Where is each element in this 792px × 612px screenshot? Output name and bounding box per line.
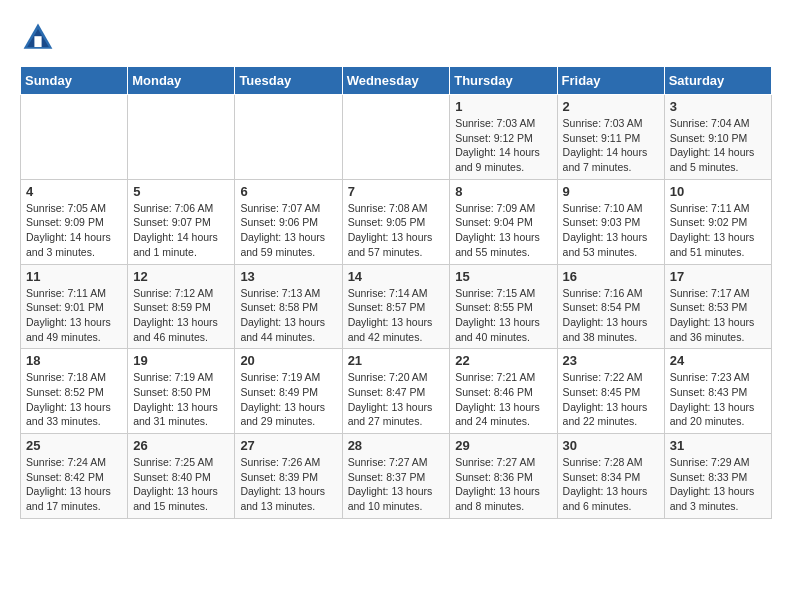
day-number: 15: [455, 269, 551, 284]
day-number: 17: [670, 269, 766, 284]
day-info: Sunrise: 7:19 AM Sunset: 8:50 PM Dayligh…: [133, 370, 229, 429]
day-info: Sunrise: 7:29 AM Sunset: 8:33 PM Dayligh…: [670, 455, 766, 514]
calendar-week-row: 25Sunrise: 7:24 AM Sunset: 8:42 PM Dayli…: [21, 434, 772, 519]
day-number: 9: [563, 184, 659, 199]
calendar-cell: 16Sunrise: 7:16 AM Sunset: 8:54 PM Dayli…: [557, 264, 664, 349]
calendar-cell: [21, 95, 128, 180]
day-number: 31: [670, 438, 766, 453]
day-info: Sunrise: 7:17 AM Sunset: 8:53 PM Dayligh…: [670, 286, 766, 345]
calendar-table: SundayMondayTuesdayWednesdayThursdayFrid…: [20, 66, 772, 519]
day-number: 5: [133, 184, 229, 199]
day-number: 25: [26, 438, 122, 453]
day-info: Sunrise: 7:03 AM Sunset: 9:11 PM Dayligh…: [563, 116, 659, 175]
calendar-cell: 19Sunrise: 7:19 AM Sunset: 8:50 PM Dayli…: [128, 349, 235, 434]
day-number: 24: [670, 353, 766, 368]
day-info: Sunrise: 7:23 AM Sunset: 8:43 PM Dayligh…: [670, 370, 766, 429]
day-info: Sunrise: 7:07 AM Sunset: 9:06 PM Dayligh…: [240, 201, 336, 260]
day-info: Sunrise: 7:06 AM Sunset: 9:07 PM Dayligh…: [133, 201, 229, 260]
day-number: 3: [670, 99, 766, 114]
calendar-cell: 9Sunrise: 7:10 AM Sunset: 9:03 PM Daylig…: [557, 179, 664, 264]
day-info: Sunrise: 7:20 AM Sunset: 8:47 PM Dayligh…: [348, 370, 445, 429]
calendar-cell: 15Sunrise: 7:15 AM Sunset: 8:55 PM Dayli…: [450, 264, 557, 349]
day-info: Sunrise: 7:11 AM Sunset: 9:02 PM Dayligh…: [670, 201, 766, 260]
day-number: 28: [348, 438, 445, 453]
calendar-week-row: 4Sunrise: 7:05 AM Sunset: 9:09 PM Daylig…: [21, 179, 772, 264]
calendar-cell: 29Sunrise: 7:27 AM Sunset: 8:36 PM Dayli…: [450, 434, 557, 519]
calendar-cell: 21Sunrise: 7:20 AM Sunset: 8:47 PM Dayli…: [342, 349, 450, 434]
calendar-cell: 24Sunrise: 7:23 AM Sunset: 8:43 PM Dayli…: [664, 349, 771, 434]
day-info: Sunrise: 7:21 AM Sunset: 8:46 PM Dayligh…: [455, 370, 551, 429]
day-number: 26: [133, 438, 229, 453]
day-info: Sunrise: 7:03 AM Sunset: 9:12 PM Dayligh…: [455, 116, 551, 175]
calendar-cell: [235, 95, 342, 180]
day-number: 4: [26, 184, 122, 199]
weekday-header-friday: Friday: [557, 67, 664, 95]
day-info: Sunrise: 7:10 AM Sunset: 9:03 PM Dayligh…: [563, 201, 659, 260]
day-number: 29: [455, 438, 551, 453]
calendar-cell: 2Sunrise: 7:03 AM Sunset: 9:11 PM Daylig…: [557, 95, 664, 180]
calendar-cell: 31Sunrise: 7:29 AM Sunset: 8:33 PM Dayli…: [664, 434, 771, 519]
day-info: Sunrise: 7:04 AM Sunset: 9:10 PM Dayligh…: [670, 116, 766, 175]
calendar-cell: 17Sunrise: 7:17 AM Sunset: 8:53 PM Dayli…: [664, 264, 771, 349]
day-number: 20: [240, 353, 336, 368]
day-number: 6: [240, 184, 336, 199]
calendar-cell: 28Sunrise: 7:27 AM Sunset: 8:37 PM Dayli…: [342, 434, 450, 519]
day-info: Sunrise: 7:13 AM Sunset: 8:58 PM Dayligh…: [240, 286, 336, 345]
calendar-cell: 23Sunrise: 7:22 AM Sunset: 8:45 PM Dayli…: [557, 349, 664, 434]
day-number: 22: [455, 353, 551, 368]
calendar-cell: 6Sunrise: 7:07 AM Sunset: 9:06 PM Daylig…: [235, 179, 342, 264]
day-number: 16: [563, 269, 659, 284]
day-info: Sunrise: 7:27 AM Sunset: 8:37 PM Dayligh…: [348, 455, 445, 514]
page-header: [20, 20, 772, 56]
calendar-cell: 3Sunrise: 7:04 AM Sunset: 9:10 PM Daylig…: [664, 95, 771, 180]
day-number: 2: [563, 99, 659, 114]
calendar-cell: 14Sunrise: 7:14 AM Sunset: 8:57 PM Dayli…: [342, 264, 450, 349]
day-number: 11: [26, 269, 122, 284]
calendar-cell: 11Sunrise: 7:11 AM Sunset: 9:01 PM Dayli…: [21, 264, 128, 349]
day-number: 10: [670, 184, 766, 199]
calendar-cell: 22Sunrise: 7:21 AM Sunset: 8:46 PM Dayli…: [450, 349, 557, 434]
calendar-cell: 20Sunrise: 7:19 AM Sunset: 8:49 PM Dayli…: [235, 349, 342, 434]
day-number: 12: [133, 269, 229, 284]
weekday-header-sunday: Sunday: [21, 67, 128, 95]
calendar-cell: 7Sunrise: 7:08 AM Sunset: 9:05 PM Daylig…: [342, 179, 450, 264]
calendar-cell: 5Sunrise: 7:06 AM Sunset: 9:07 PM Daylig…: [128, 179, 235, 264]
calendar-cell: 10Sunrise: 7:11 AM Sunset: 9:02 PM Dayli…: [664, 179, 771, 264]
day-info: Sunrise: 7:09 AM Sunset: 9:04 PM Dayligh…: [455, 201, 551, 260]
day-number: 21: [348, 353, 445, 368]
calendar-cell: 4Sunrise: 7:05 AM Sunset: 9:09 PM Daylig…: [21, 179, 128, 264]
day-info: Sunrise: 7:28 AM Sunset: 8:34 PM Dayligh…: [563, 455, 659, 514]
day-info: Sunrise: 7:22 AM Sunset: 8:45 PM Dayligh…: [563, 370, 659, 429]
day-info: Sunrise: 7:19 AM Sunset: 8:49 PM Dayligh…: [240, 370, 336, 429]
day-number: 27: [240, 438, 336, 453]
day-number: 23: [563, 353, 659, 368]
calendar-cell: 12Sunrise: 7:12 AM Sunset: 8:59 PM Dayli…: [128, 264, 235, 349]
calendar-cell: 13Sunrise: 7:13 AM Sunset: 8:58 PM Dayli…: [235, 264, 342, 349]
day-number: 14: [348, 269, 445, 284]
day-info: Sunrise: 7:12 AM Sunset: 8:59 PM Dayligh…: [133, 286, 229, 345]
day-number: 19: [133, 353, 229, 368]
logo-icon: [20, 20, 56, 56]
day-info: Sunrise: 7:27 AM Sunset: 8:36 PM Dayligh…: [455, 455, 551, 514]
calendar-cell: 1Sunrise: 7:03 AM Sunset: 9:12 PM Daylig…: [450, 95, 557, 180]
calendar-cell: 26Sunrise: 7:25 AM Sunset: 8:40 PM Dayli…: [128, 434, 235, 519]
day-info: Sunrise: 7:24 AM Sunset: 8:42 PM Dayligh…: [26, 455, 122, 514]
calendar-cell: 18Sunrise: 7:18 AM Sunset: 8:52 PM Dayli…: [21, 349, 128, 434]
day-number: 30: [563, 438, 659, 453]
logo: [20, 20, 62, 56]
day-info: Sunrise: 7:14 AM Sunset: 8:57 PM Dayligh…: [348, 286, 445, 345]
day-number: 13: [240, 269, 336, 284]
svg-rect-2: [34, 36, 41, 47]
weekday-header-saturday: Saturday: [664, 67, 771, 95]
day-info: Sunrise: 7:11 AM Sunset: 9:01 PM Dayligh…: [26, 286, 122, 345]
calendar-cell: 27Sunrise: 7:26 AM Sunset: 8:39 PM Dayli…: [235, 434, 342, 519]
calendar-week-row: 18Sunrise: 7:18 AM Sunset: 8:52 PM Dayli…: [21, 349, 772, 434]
day-number: 1: [455, 99, 551, 114]
calendar-week-row: 11Sunrise: 7:11 AM Sunset: 9:01 PM Dayli…: [21, 264, 772, 349]
calendar-cell: 8Sunrise: 7:09 AM Sunset: 9:04 PM Daylig…: [450, 179, 557, 264]
day-info: Sunrise: 7:08 AM Sunset: 9:05 PM Dayligh…: [348, 201, 445, 260]
day-number: 8: [455, 184, 551, 199]
day-info: Sunrise: 7:18 AM Sunset: 8:52 PM Dayligh…: [26, 370, 122, 429]
day-info: Sunrise: 7:25 AM Sunset: 8:40 PM Dayligh…: [133, 455, 229, 514]
day-number: 7: [348, 184, 445, 199]
